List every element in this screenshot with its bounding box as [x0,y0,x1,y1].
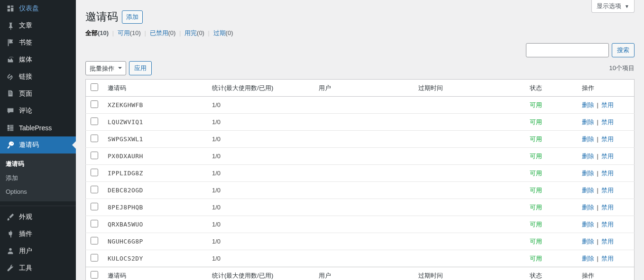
row-checkbox[interactable] [91,237,98,244]
cell-status: 可用 [525,114,577,131]
header-code[interactable]: 邀请码 [103,80,207,97]
ban-link[interactable]: 禁用 [601,221,614,228]
footer-expire[interactable]: 过期时间 [414,267,525,280]
search-button[interactable]: 搜索 [612,43,635,57]
sidebar-item-grid[interactable]: TablePress [0,119,76,136]
sidebar-submenu: 邀请码添加Options [0,154,76,201]
cell-stat: 1/0 [207,97,314,114]
sidebar-item-pin[interactable]: 文章 [0,17,76,34]
cell-code: SWPGSXWL1 [103,131,207,148]
header-expire[interactable]: 过期时间 [414,80,525,97]
footer-action[interactable]: 操作 [577,267,635,280]
filter-expired[interactable]: 过期(0) [213,29,233,36]
ban-link[interactable]: 禁用 [601,238,614,245]
sidebar-item-page[interactable]: 页面 [0,85,76,102]
delete-link[interactable]: 删除 [582,170,594,177]
table-row: 8PEJ8PHQB1/0可用删除 | 禁用 [86,199,635,216]
cell-user [314,97,414,114]
sidebar-item-plug[interactable]: 插件 [0,226,76,243]
filter-used[interactable]: 用完(0) [184,29,204,36]
table-row: KULOCS2DY1/0可用删除 | 禁用 [86,250,635,267]
cell-code: QRXBA5WUO [103,216,207,233]
cell-user [314,216,414,233]
apply-button[interactable]: 应用 [129,61,152,75]
ban-link[interactable]: 禁用 [601,101,614,108]
header-status[interactable]: 状态 [525,80,577,97]
admin-sidebar: 仪表盘文章书签媒体链接页面评论TablePress邀请码 邀请码添加Option… [0,0,76,280]
add-new-button[interactable]: 添加 [122,10,143,24]
sidebar-item-comment[interactable]: 评论 [0,102,76,119]
header-stat[interactable]: 统计(最大使用数/已用) [207,80,314,97]
delete-link[interactable]: 删除 [582,204,594,211]
delete-link[interactable]: 删除 [582,153,594,160]
wrench-icon [6,263,15,273]
sidebar-item-label: 媒体 [19,55,32,64]
ban-link[interactable]: 禁用 [601,204,614,211]
ban-link[interactable]: 禁用 [601,255,614,262]
table-row: QRXBA5WUO1/0可用删除 | 禁用 [86,216,635,233]
sidebar-item-link[interactable]: 链接 [0,68,76,85]
delete-link[interactable]: 删除 [582,221,594,228]
ban-link[interactable]: 禁用 [601,118,614,126]
row-checkbox[interactable] [91,152,98,159]
cell-stat: 1/0 [207,182,314,199]
submenu-item[interactable]: 邀请码 [0,157,76,171]
row-checkbox[interactable] [91,203,98,210]
sidebar-item-user[interactable]: 用户 [0,243,76,260]
cell-code: 8PEJ8PHQB [103,199,207,216]
delete-link[interactable]: 删除 [582,101,594,108]
filter-banned[interactable]: 已禁用(0) [150,29,176,36]
row-checkbox[interactable] [91,100,98,108]
cell-stat: 1/0 [207,114,314,131]
sidebar-item-media[interactable]: 媒体 [0,51,76,68]
select-all-checkbox-foot[interactable] [91,271,98,279]
delete-link[interactable]: 删除 [582,187,594,194]
sidebar-item-dashboard[interactable]: 仪表盘 [0,0,76,17]
chevron-down-icon: ▼ [625,4,629,9]
footer-code[interactable]: 邀请码 [103,267,207,280]
filter-all[interactable]: 全部(10) [85,29,109,36]
footer-user[interactable]: 用户 [314,267,414,280]
cell-action: 删除 | 禁用 [577,182,635,199]
cell-user [314,199,414,216]
row-checkbox[interactable] [91,186,98,193]
submenu-item[interactable]: 添加 [0,171,76,185]
ban-link[interactable]: 禁用 [601,153,614,160]
cell-status: 可用 [525,148,577,165]
user-icon [6,246,15,256]
row-checkbox[interactable] [91,254,98,262]
row-checkbox[interactable] [91,220,98,227]
delete-link[interactable]: 删除 [582,238,594,245]
sidebar-item-wrench[interactable]: 工具 [0,260,76,277]
ban-link[interactable]: 禁用 [601,135,614,143]
bulk-action-select[interactable]: 批量操作 [85,61,126,75]
row-checkbox[interactable] [91,169,98,176]
sidebar-item-flag[interactable]: 书签 [0,34,76,51]
cell-action: 删除 | 禁用 [577,114,635,131]
row-checkbox[interactable] [91,117,98,125]
sidebar-item-brush[interactable]: 外观 [0,208,76,226]
delete-link[interactable]: 删除 [582,255,594,262]
page-icon [6,89,15,99]
search-input[interactable] [526,43,609,57]
cell-action: 删除 | 禁用 [577,97,635,114]
header-action[interactable]: 操作 [577,80,635,97]
row-checkbox[interactable] [91,135,98,142]
select-all-checkbox[interactable] [91,83,98,91]
delete-link[interactable]: 删除 [582,118,594,126]
delete-link[interactable]: 删除 [582,135,594,143]
ban-link[interactable]: 禁用 [601,187,614,194]
ban-link[interactable]: 禁用 [601,170,614,177]
cell-action: 删除 | 禁用 [577,165,635,182]
footer-stat[interactable]: 统计(最大使用数/已用) [207,267,314,280]
sidebar-item-key[interactable]: 邀请码 [0,136,76,154]
submenu-item[interactable]: Options [0,185,76,198]
header-user[interactable]: 用户 [314,80,414,97]
cell-action: 删除 | 禁用 [577,216,635,233]
filter-available[interactable]: 可用(10) [118,29,141,36]
cell-code: PX0DXAURH [103,148,207,165]
flag-icon [6,38,15,47]
screen-options-button[interactable]: 显示选项 ▼ [591,0,635,13]
footer-status[interactable]: 状态 [525,267,577,280]
cell-status: 可用 [525,250,577,267]
